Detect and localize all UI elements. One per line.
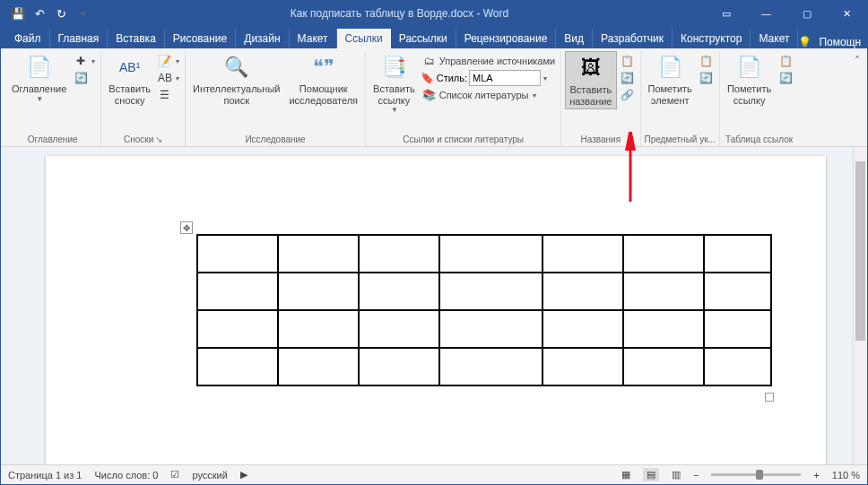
title-bar: 💾 ↶ ↻ ▼ Как подписать таблицу в Ворде.do… (1, 1, 867, 26)
update-toa-icon: 🔄 (778, 71, 793, 85)
tab-home[interactable]: Главная (50, 29, 108, 48)
show-notes-icon: ☰ (158, 88, 172, 102)
group-captions: 🖼 Вставить название 📋 🔄 🔗 Названия (561, 51, 640, 146)
insert-toa-icon: 📋 (778, 54, 793, 68)
update-index-button[interactable]: 🔄 (698, 70, 716, 86)
manage-sources-icon: 🗂 (422, 54, 437, 68)
page-number-status[interactable]: Страница 1 из 1 (8, 470, 82, 481)
update-icon: 🔄 (74, 71, 88, 85)
tab-file[interactable]: Файл (6, 29, 50, 48)
tab-references[interactable]: Ссылки (337, 29, 391, 48)
minimize-icon[interactable]: — (746, 1, 786, 26)
insert-footnote-button[interactable]: AB¹ Вставить сноску (105, 51, 154, 108)
redo-icon[interactable]: ↻ (51, 4, 71, 23)
undo-icon[interactable]: ↶ (30, 4, 49, 23)
tab-design[interactable]: Дизайн (236, 29, 289, 48)
bibliography-button[interactable]: 📚Список литературы▾ (421, 87, 557, 103)
insert-caption-button[interactable]: 🖼 Вставить название (565, 51, 616, 109)
next-footnote-icon: AB (158, 71, 172, 85)
status-bar: Страница 1 из 1 Число слов: 0 ☑ русский … (1, 464, 867, 484)
cross-ref-button[interactable]: 🔗 (619, 87, 637, 103)
mark-citation-button[interactable]: 📄 Пометить ссылку (724, 51, 775, 108)
window-title: Как подписать таблицу в Ворде.docx - Wor… (93, 7, 706, 20)
insert-citation-icon: 📑 (379, 53, 408, 82)
style-select[interactable] (469, 70, 541, 86)
spellcheck-icon[interactable]: ☑ (170, 469, 179, 481)
update-toa-button[interactable]: 🔄 (777, 70, 794, 86)
insert-endnote-button[interactable]: 📝▾ (156, 53, 181, 69)
window-controls: ▭ — ▢ ✕ (706, 1, 867, 26)
insert-citation-button[interactable]: 📑 Вставить ссылку ▼ (369, 51, 419, 116)
cross-ref-icon: 🔗 (621, 88, 635, 102)
insert-caption-icon: 🖼 (577, 54, 605, 82)
toc-icon: 📄 (25, 53, 54, 82)
zoom-out-icon[interactable]: − (693, 470, 699, 481)
tab-draw[interactable]: Рисование (165, 29, 236, 48)
footnote-icon: AB¹ (116, 53, 144, 82)
group-research: 🔍 Интеллектуальный поиск ❝❞ Помощник исс… (186, 51, 366, 146)
quick-access-toolbar: 💾 ↶ ↻ ▼ (1, 4, 93, 23)
group-toc: 📄 Оглавление ▼ ✚▾ 🔄 Оглавление (4, 51, 101, 146)
read-mode-icon[interactable]: ▦ (621, 469, 630, 481)
add-text-icon: ✚ (74, 54, 88, 68)
tab-mailings[interactable]: Рассылки (391, 29, 456, 48)
help-label[interactable]: Помощн (819, 36, 861, 48)
tab-review[interactable]: Рецензирование (456, 29, 557, 48)
table-resize-handle-icon[interactable] (765, 393, 774, 402)
print-layout-icon[interactable]: ▤ (643, 468, 659, 481)
endnote-icon: 📝 (158, 54, 172, 68)
group-citations: 📑 Вставить ссылку ▼ 🗂Управление источник… (366, 51, 561, 146)
ribbon-display-icon[interactable]: ▭ (706, 1, 746, 26)
bibliography-icon: 📚 (422, 88, 437, 102)
update-tof-icon: 🔄 (621, 71, 635, 85)
researcher-button[interactable]: ❝❞ Помощник исследователя (285, 51, 361, 108)
tab-view[interactable]: Вид (556, 29, 593, 48)
footnotes-launcher-icon[interactable]: ↘ (155, 134, 162, 144)
group-toa: 📄 Пометить ссылку 📋 🔄 Таблица ссылок (720, 51, 798, 146)
smart-lookup-button[interactable]: 🔍 Интеллектуальный поиск (189, 51, 283, 108)
web-layout-icon[interactable]: ▥ (672, 469, 681, 481)
ribbon-body: 📄 Оглавление ▼ ✚▾ 🔄 Оглавление AB¹ Встав… (1, 48, 867, 147)
word-count-status[interactable]: Число слов: 0 (94, 470, 158, 481)
tof-icon: 📋 (621, 54, 635, 68)
tab-layout[interactable]: Макет (290, 29, 337, 48)
zoom-level[interactable]: 110 % (832, 470, 860, 481)
ribbon-right: 💡 Помощн 👤 💬 (798, 36, 868, 48)
next-footnote-button[interactable]: AB▾ (156, 70, 181, 86)
insert-tof-button[interactable]: 📋 (619, 53, 637, 69)
toc-button[interactable]: 📄 Оглавление ▼ (8, 51, 70, 105)
group-index: 📄 Пометить элемент 📋 🔄 Предметный ук... (641, 51, 720, 146)
document-table[interactable] (196, 234, 772, 386)
update-tof-button[interactable]: 🔄 (619, 70, 637, 86)
scroll-thumb[interactable] (855, 161, 865, 341)
ribbon-tabs: Файл Главная Вставка Рисование Дизайн Ма… (1, 26, 867, 48)
insert-toa-button[interactable]: 📋 (777, 53, 794, 69)
group-footnotes: AB¹ Вставить сноску 📝▾ AB▾ ☰ Сноски↘ (101, 51, 186, 146)
tab-table-layout[interactable]: Макет (751, 29, 798, 48)
document-area[interactable]: ✥ (1, 147, 853, 464)
close-icon[interactable]: ✕ (827, 1, 867, 26)
qat-customize-icon[interactable]: ▼ (74, 4, 93, 23)
zoom-slider[interactable] (711, 473, 801, 476)
table-move-handle-icon[interactable]: ✥ (180, 221, 193, 234)
save-icon[interactable]: 💾 (8, 4, 28, 23)
collapse-ribbon-icon[interactable]: ˄ (855, 55, 860, 67)
tab-table-design[interactable]: Конструктор (673, 29, 751, 48)
mark-citation-icon: 📄 (735, 53, 764, 82)
macro-icon[interactable]: ▶ (240, 469, 247, 481)
update-toc-button[interactable]: 🔄 (72, 70, 97, 86)
tab-insert[interactable]: Вставка (108, 29, 165, 48)
show-notes-button[interactable]: ☰ (156, 87, 181, 103)
update-index-icon: 🔄 (699, 71, 714, 85)
mark-entry-button[interactable]: 📄 Пометить элемент (645, 51, 696, 108)
page: ✥ (46, 156, 826, 464)
help-icon[interactable]: 💡 (798, 36, 812, 48)
zoom-in-icon[interactable]: + (813, 470, 819, 481)
insert-index-button[interactable]: 📋 (698, 53, 716, 69)
manage-sources-button[interactable]: 🗂Управление источниками (421, 53, 557, 69)
vertical-scrollbar[interactable] (853, 147, 867, 464)
language-status[interactable]: русский (192, 470, 227, 481)
maximize-icon[interactable]: ▢ (786, 1, 827, 26)
tab-developer[interactable]: Разработчик (593, 29, 673, 48)
add-text-button[interactable]: ✚▾ (72, 53, 97, 69)
